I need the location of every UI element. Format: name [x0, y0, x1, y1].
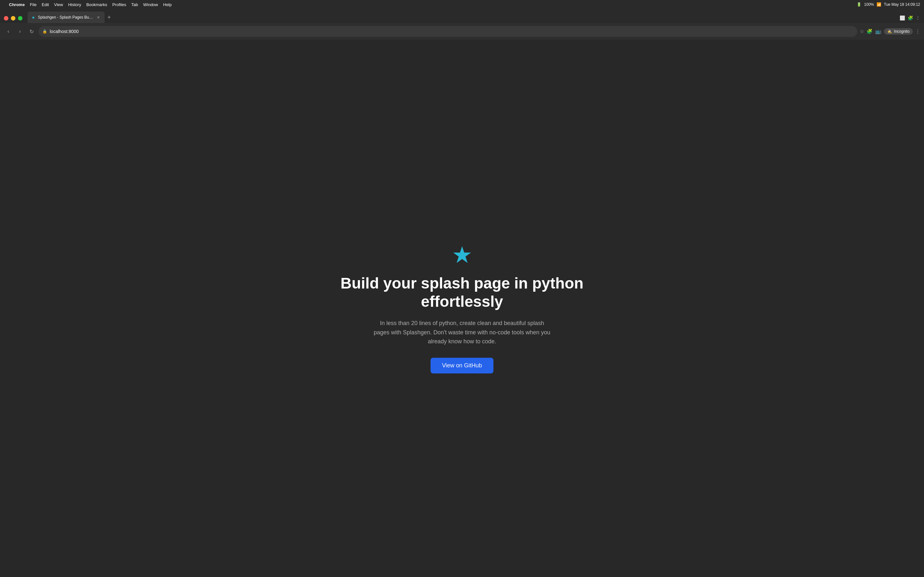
tab-bar: ★ Splashgen - Splash Pages Buil… ✕ + ⬜ 🧩…: [0, 9, 924, 23]
menu-chrome[interactable]: Chrome: [9, 2, 25, 7]
macos-menubar: Chrome File Edit View History Bookmarks …: [0, 0, 924, 9]
url-text[interactable]: localhost:8000: [50, 29, 853, 34]
incognito-label: Incognito: [894, 29, 909, 34]
close-window-button[interactable]: [4, 16, 8, 21]
menu-window[interactable]: Window: [143, 2, 158, 7]
menu-help[interactable]: Help: [163, 2, 172, 7]
reload-button[interactable]: ↻: [27, 27, 36, 36]
menubar-left: Chrome File Edit View History Bookmarks …: [4, 2, 172, 7]
back-button[interactable]: ‹: [4, 27, 13, 36]
menu-view[interactable]: View: [54, 2, 63, 7]
menu-tab[interactable]: Tab: [131, 2, 138, 7]
hero-title: Build your splash page in python effortl…: [340, 274, 584, 311]
battery-percent: 100%: [864, 2, 874, 7]
star-icon: ★: [452, 243, 473, 266]
bookmark-icon[interactable]: ☆: [860, 29, 864, 34]
active-tab[interactable]: ★ Splashgen - Splash Pages Buil… ✕: [27, 11, 105, 23]
new-tab-button[interactable]: +: [105, 13, 113, 22]
chrome-account-icon[interactable]: ⬜: [900, 15, 905, 21]
chrome-extensions-icon[interactable]: 🧩: [908, 15, 913, 21]
webpage: ★ Build your splash page in python effor…: [0, 40, 924, 577]
cta-button[interactable]: View on GitHub: [431, 358, 494, 374]
chrome-controls: ⬜ 🧩 ⋮: [900, 15, 920, 21]
tab-favicon: ★: [31, 15, 35, 20]
menu-profiles[interactable]: Profiles: [112, 2, 126, 7]
chrome-menu-icon[interactable]: ⋮: [916, 15, 920, 21]
tab-title: Splashgen - Splash Pages Buil…: [38, 15, 93, 19]
extensions-icon[interactable]: 🧩: [867, 29, 873, 34]
maximize-window-button[interactable]: [18, 16, 23, 21]
forward-button[interactable]: ›: [15, 27, 24, 36]
incognito-badge: 🕵 Incognito: [884, 28, 913, 35]
tab-close-button[interactable]: ✕: [95, 15, 101, 20]
url-security-icon: 🔒: [42, 29, 47, 34]
chrome-menu-dots[interactable]: ⋮: [915, 29, 920, 34]
status-icons: 🔋 100% 📶 Tue May 18 14:09:12: [857, 2, 920, 7]
menu-bookmarks[interactable]: Bookmarks: [86, 2, 107, 7]
traffic-lights: [4, 16, 23, 21]
menu-file[interactable]: File: [30, 2, 37, 7]
minimize-window-button[interactable]: [11, 16, 15, 21]
menu-history[interactable]: History: [68, 2, 81, 7]
cast-icon[interactable]: 📺: [875, 29, 881, 34]
address-bar: ‹ › ↻ 🔒 localhost:8000 ☆ 🧩 📺 🕵 Incognito…: [0, 23, 924, 40]
url-bar[interactable]: 🔒 localhost:8000: [39, 26, 857, 37]
clock: Tue May 18 14:09:12: [884, 2, 920, 7]
address-bar-right: ☆ 🧩 📺 🕵 Incognito ⋮: [860, 28, 920, 35]
wifi-icon: 📶: [877, 2, 881, 7]
hero-subtitle: In less than 20 lines of python, create …: [372, 319, 552, 346]
incognito-icon: 🕵: [887, 29, 892, 34]
battery-icon: 🔋: [857, 2, 861, 7]
menubar-right: 🔋 100% 📶 Tue May 18 14:09:12: [857, 2, 920, 7]
menu-edit[interactable]: Edit: [42, 2, 49, 7]
chrome-window: ★ Splashgen - Splash Pages Buil… ✕ + ⬜ 🧩…: [0, 9, 924, 577]
hero-section: ★ Build your splash page in python effor…: [334, 230, 590, 387]
